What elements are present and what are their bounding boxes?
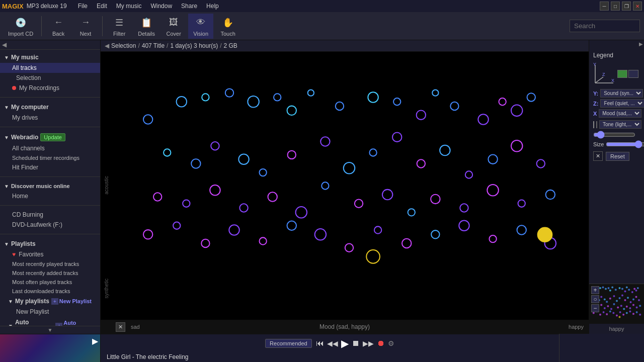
color-slider-row bbox=[593, 131, 640, 140]
record-button[interactable]: ⏺ bbox=[377, 339, 385, 348]
legend-close-button[interactable]: ✕ bbox=[593, 151, 603, 161]
svg-point-56 bbox=[345, 244, 353, 252]
add-playlist-button[interactable]: + bbox=[51, 298, 58, 305]
zoom-in-button[interactable]: + bbox=[591, 286, 599, 294]
prev-button[interactable]: ◀◀ bbox=[327, 339, 338, 347]
zoom-reset-button[interactable]: ○ bbox=[591, 295, 599, 303]
color-mode-btn-1[interactable] bbox=[617, 70, 627, 78]
minimize-btn[interactable]: ─ bbox=[600, 2, 609, 11]
my-computer-header[interactable]: ▼ My computer bbox=[0, 102, 100, 113]
sidebar-item-cd-burning[interactable]: CD Burning bbox=[0, 210, 100, 220]
sidebar-item-favorites[interactable]: ♥ Favorites bbox=[0, 249, 100, 259]
sidebar-item-all-tracks[interactable]: All tracks bbox=[0, 63, 100, 73]
breadcrumb-collapse[interactable]: ◀ bbox=[105, 42, 109, 49]
svg-point-104 bbox=[632, 298, 634, 300]
filter-button[interactable]: ☰ Filter bbox=[107, 14, 132, 39]
color-mode-btn-2[interactable] bbox=[628, 70, 638, 78]
svg-point-117 bbox=[626, 306, 628, 308]
sidebar-item-selection[interactable]: Selection bbox=[0, 73, 100, 83]
update-button[interactable]: Update bbox=[40, 133, 65, 141]
zoom-out-button[interactable]: − bbox=[591, 304, 599, 312]
webradio-header[interactable]: ▼ Webradio Update bbox=[0, 131, 100, 143]
discover-header[interactable]: ▼ Discover music online bbox=[0, 181, 100, 191]
svg-point-120 bbox=[636, 306, 638, 308]
play-button[interactable]: ▶ bbox=[341, 337, 349, 349]
sidebar-item-my-recordings[interactable]: My Recordings bbox=[0, 83, 100, 93]
legend-z-dropdown[interactable]: Feel (quiet, ... bbox=[600, 99, 644, 108]
sidebar-divider-2 bbox=[0, 127, 100, 127]
last-downloaded-label: Last downloaded tracks bbox=[12, 288, 70, 294]
legend-x-label: X bbox=[593, 111, 597, 117]
album-section: ▶ Pekina Finger waits ▼ Preview / Cover bbox=[0, 334, 101, 362]
sidebar-item-all-channels[interactable]: All channels bbox=[0, 143, 100, 153]
maximize-btn[interactable]: □ bbox=[611, 2, 620, 11]
svg-point-24 bbox=[320, 137, 330, 146]
sidebar-item-last-downloaded[interactable]: Last downloaded tracks bbox=[0, 287, 100, 296]
menu-file[interactable]: File bbox=[74, 2, 92, 11]
size-slider[interactable] bbox=[606, 140, 644, 148]
rewind-button[interactable]: ⏮ bbox=[316, 339, 324, 348]
menu-window[interactable]: Window bbox=[146, 2, 176, 11]
vision-button[interactable]: 👁 Vision bbox=[188, 14, 213, 39]
visualization-canvas[interactable] bbox=[110, 52, 589, 320]
my-music-header[interactable]: ▼ My music bbox=[0, 52, 100, 63]
svg-point-84 bbox=[624, 290, 626, 292]
search-input[interactable] bbox=[570, 20, 640, 32]
menu-mymusic[interactable]: My music bbox=[112, 2, 146, 11]
playlists-header[interactable]: ▼ Playlists bbox=[0, 238, 100, 249]
sidebar-item-most-recently-played[interactable]: Most recently played tracks bbox=[0, 259, 100, 268]
new-playlist-btn-label[interactable]: New Playlist bbox=[59, 298, 92, 304]
auto-playlists-header[interactable]: ▼ Auto playlists + Auto Playlist bbox=[0, 317, 100, 326]
minimap[interactable]: + ○ − bbox=[589, 284, 644, 324]
album-play-button[interactable]: ▶ bbox=[92, 336, 98, 346]
sidebar-item-most-recently-added[interactable]: Most recently added tracks bbox=[0, 268, 100, 278]
menu-help[interactable]: Help bbox=[202, 2, 223, 11]
restore-btn[interactable]: ❐ bbox=[622, 2, 631, 11]
color-slider[interactable] bbox=[593, 131, 635, 139]
back-button[interactable]: ← Back bbox=[46, 14, 71, 39]
viz-area[interactable]: acoustic synthetic ✕ sad Mood (sad, happ… bbox=[101, 52, 589, 334]
sidebar-item-new-playlist[interactable]: New Playlist bbox=[0, 307, 100, 317]
sidebar-item-hit-finder[interactable]: Hit Finder bbox=[0, 162, 100, 172]
stop-button[interactable]: ⏹ bbox=[352, 339, 360, 348]
cover-button[interactable]: 🖼 Cover bbox=[161, 14, 186, 39]
legend-y-dropdown[interactable]: Sound (syn... bbox=[600, 89, 643, 98]
svg-point-32 bbox=[511, 140, 523, 152]
selection-label: Selection bbox=[16, 74, 41, 81]
settings-button[interactable]: ⚙ bbox=[388, 339, 394, 347]
menu-edit[interactable]: Edit bbox=[93, 2, 111, 11]
svg-point-4 bbox=[248, 96, 259, 108]
details-button[interactable]: 📋 Details bbox=[134, 14, 159, 39]
breadcrumb-sep1: / bbox=[138, 42, 139, 49]
svg-point-122 bbox=[593, 312, 595, 314]
import-cd-button[interactable]: 💿 Import CD bbox=[4, 14, 37, 39]
fast-forward-button[interactable]: ▶▶ bbox=[363, 339, 374, 347]
sidebar-item-my-drives[interactable]: My drives bbox=[0, 113, 100, 123]
add-auto-label[interactable]: Auto Playlist bbox=[63, 320, 96, 326]
svg-point-116 bbox=[623, 308, 625, 310]
right-panel-collapse[interactable]: ▶ bbox=[639, 41, 643, 47]
sidebar-item-dvd[interactable]: DVD-Laufwerk (F:) bbox=[0, 220, 100, 230]
sidebar-item-scheduled[interactable]: Scheduled timer recordings bbox=[0, 153, 100, 162]
reset-button[interactable]: Reset bbox=[606, 152, 629, 161]
mood-stop-button[interactable]: ✕ bbox=[116, 322, 125, 332]
close-btn[interactable]: ✕ bbox=[633, 2, 642, 11]
svg-point-129 bbox=[616, 314, 618, 316]
sidebar-item-most-often-played[interactable]: Most often played tracks bbox=[0, 278, 100, 287]
color-toggle-1[interactable] bbox=[596, 121, 597, 128]
tone-dropdown[interactable]: Tone (light,... bbox=[599, 120, 641, 129]
recording-dot bbox=[12, 86, 16, 90]
next-button[interactable]: → Next bbox=[73, 14, 98, 39]
legend-y-row: Y: Sound (syn... bbox=[593, 89, 640, 98]
filter-icon: ☰ bbox=[112, 16, 126, 30]
color-swatch bbox=[593, 121, 594, 128]
discover-label: Discover music online bbox=[11, 183, 70, 189]
touch-button[interactable]: ✋ Touch bbox=[215, 14, 240, 39]
auto-playlists-label: Auto playlists bbox=[15, 319, 53, 326]
legend-x-dropdown[interactable]: Mood (sad,... bbox=[599, 109, 641, 118]
sidebar-item-home[interactable]: Home bbox=[0, 191, 100, 201]
sidebar-scroll-down[interactable]: ▼ bbox=[0, 326, 100, 334]
sidebar-collapse-arrow[interactable]: ◀ bbox=[2, 41, 7, 48]
menu-share[interactable]: Share bbox=[177, 2, 201, 11]
my-playlists-header[interactable]: ▼ My playlists + New Playlist bbox=[0, 296, 100, 307]
